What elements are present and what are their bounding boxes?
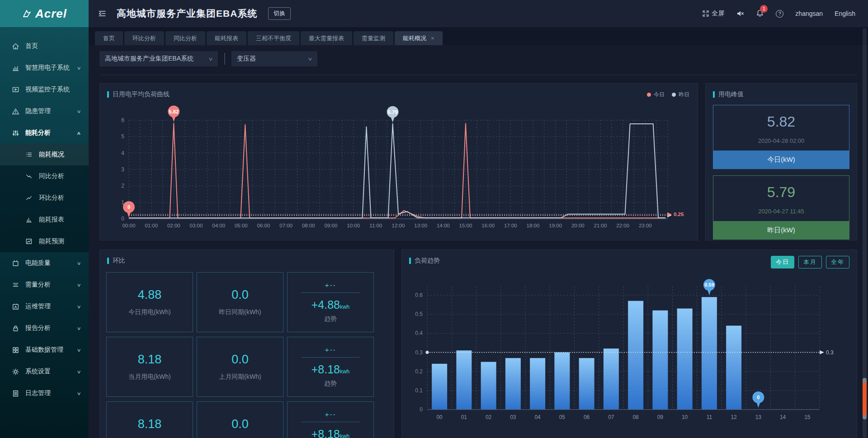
daily-load-curve-panel: 日用电平均负荷曲线 今日 昨日 012345600:0001:0002:0003… bbox=[99, 83, 698, 240]
svg-text:03:00: 03:00 bbox=[190, 223, 203, 228]
trend-number: +8.18 bbox=[311, 428, 340, 438]
warning-triangle-icon bbox=[12, 108, 19, 115]
sidebar-item-ops-management[interactable]: 运维管理 ∨ bbox=[0, 296, 89, 317]
sidebar-item-power-quality[interactable]: 电能质量 ∨ bbox=[0, 252, 89, 274]
sidebar-item-energy-analysis[interactable]: 能耗分析 ∧ bbox=[0, 122, 89, 144]
sidebar-item-video[interactable]: 视频监控子系统 bbox=[0, 79, 89, 100]
svg-text:02: 02 bbox=[486, 414, 492, 420]
trend-symbol: +-- bbox=[325, 346, 336, 353]
legend-item-yesterday[interactable]: 昨日 bbox=[672, 91, 689, 99]
tune-sliders-icon bbox=[12, 129, 19, 137]
range-button-today[interactable]: 今日 bbox=[771, 256, 794, 268]
title-accent-bar bbox=[409, 258, 411, 264]
stat-card: 0.0 去年同期(kWh) bbox=[197, 401, 283, 438]
title-accent-bar bbox=[107, 258, 109, 264]
tab-yoy-analysis[interactable]: 同比分析 bbox=[165, 31, 205, 45]
svg-text:07:00: 07:00 bbox=[279, 223, 292, 228]
svg-text:5.82: 5.82 bbox=[169, 109, 179, 114]
sidebar-nav: 首页 智慧用电子系统 ∨ 视频监控子系统 隐患管理 ∨ 能耗分析 ∧ bbox=[0, 27, 89, 404]
stat-label: 上月同期(kWh) bbox=[219, 373, 261, 381]
svg-text:3: 3 bbox=[121, 166, 124, 173]
tab-phase-imbalance[interactable]: 三相不平衡度 bbox=[248, 31, 299, 45]
sidebar-subitem-label: 能耗概况 bbox=[39, 151, 80, 159]
svg-text:5.79: 5.79 bbox=[388, 109, 397, 115]
range-button-month[interactable]: 本月 bbox=[798, 256, 822, 268]
svg-text:0: 0 bbox=[121, 216, 124, 222]
svg-text:09:00: 09:00 bbox=[325, 223, 338, 228]
sidebar-item-system-settings[interactable]: 系统设置 ∨ bbox=[0, 361, 89, 382]
collapse-sidebar-icon[interactable] bbox=[98, 9, 107, 18]
sidebar-item-base-data[interactable]: 基础数据管理 ∨ bbox=[0, 339, 89, 361]
sidebar-item-demand-analysis[interactable]: 需量分析 ∨ bbox=[0, 274, 89, 296]
tab-label: 环比分析 bbox=[132, 34, 156, 42]
page-scrollbar-track[interactable] bbox=[863, 28, 867, 438]
tab-energy-overview[interactable]: 能耗概况 × bbox=[395, 31, 443, 45]
sidebar-item-home[interactable]: 首页 bbox=[0, 35, 89, 57]
sidebar-subitem-yoy-analysis[interactable]: 同比分析 bbox=[0, 165, 89, 187]
svg-text:20:00: 20:00 bbox=[571, 223, 585, 228]
sidebar-item-label: 运维管理 bbox=[25, 302, 77, 311]
load-trend-chart: 00.10.20.30.40.50.6000102030405060708091… bbox=[402, 268, 856, 434]
trend-symbol: +-- bbox=[325, 410, 336, 418]
peak-card-footer: 今日(kW) bbox=[713, 151, 849, 169]
username[interactable]: zhangsan bbox=[795, 10, 823, 17]
tab-max-demand-report[interactable]: 最大需量报表 bbox=[301, 31, 352, 45]
mute-sound-icon[interactable] bbox=[736, 9, 744, 18]
chevron-down-icon: ∨ bbox=[208, 56, 213, 62]
trend-divider bbox=[301, 292, 360, 293]
sidebar-item-log-management[interactable]: 日志管理 ∨ bbox=[0, 382, 89, 404]
sidebar-item-hazard[interactable]: 隐患管理 ∨ bbox=[0, 100, 89, 122]
device-select[interactable]: 变压器 ∨ bbox=[231, 51, 317, 66]
sidebar-subitem-energy-forecast[interactable]: 能耗预测 bbox=[0, 231, 89, 252]
language-switch[interactable]: English bbox=[835, 10, 855, 17]
sidebar-item-report-analysis[interactable]: 报告分析 ∨ bbox=[0, 317, 89, 339]
switch-button[interactable]: 切换 bbox=[268, 7, 291, 20]
svg-text:15: 15 bbox=[804, 414, 811, 420]
notifications-bell-icon[interactable]: 1 bbox=[756, 9, 764, 19]
tab-mom-analysis[interactable]: 环比分析 bbox=[124, 31, 164, 45]
svg-text:11: 11 bbox=[707, 414, 712, 420]
panel-title: 环比 bbox=[100, 250, 394, 265]
fullscreen-label: 全屏 bbox=[712, 9, 724, 18]
page-scrollbar-thumb[interactable] bbox=[863, 378, 867, 419]
panel-title: 用电峰值 bbox=[706, 84, 857, 99]
video-monitor-icon bbox=[12, 86, 19, 94]
sidebar-item-smart-power[interactable]: 智慧用电子系统 ∨ bbox=[0, 57, 89, 79]
panel-title-text: 日用电平均负荷曲线 bbox=[113, 90, 170, 99]
trend-unit: kwh bbox=[340, 304, 349, 310]
tab-demand-monitor[interactable]: 需量监测 bbox=[354, 31, 393, 45]
svg-text:6: 6 bbox=[121, 117, 124, 123]
svg-text:09: 09 bbox=[657, 414, 664, 420]
peak-timestamp: 2020-04-28 02:00 bbox=[713, 137, 849, 144]
trend-down-icon bbox=[25, 173, 33, 180]
sidebar: Acrel 首页 智慧用电子系统 ∨ 视频监控子系统 隐患管理 ∨ bbox=[0, 0, 89, 438]
chevron-down-icon: ∨ bbox=[76, 261, 81, 266]
help-icon[interactable]: ? bbox=[776, 10, 783, 18]
stat-label: 今日用电(kWh) bbox=[128, 308, 170, 316]
tab-label: 最大需量报表 bbox=[309, 34, 344, 42]
org-select[interactable]: 高地城市服务产业集团EBA系统 ∨ bbox=[99, 51, 218, 66]
sidebar-subitem-energy-overview[interactable]: 能耗概况 bbox=[0, 144, 89, 165]
stat-card: 0.0 上月同期(kWh) bbox=[197, 337, 283, 397]
sidebar-item-label: 视频监控子系统 bbox=[25, 85, 80, 94]
svg-text:05: 05 bbox=[559, 414, 566, 420]
sidebar-subitem-mom-analysis[interactable]: 环比分析 bbox=[0, 187, 89, 209]
org-select-value: 高地城市服务产业集团EBA系统 bbox=[105, 55, 193, 63]
peak-card-body: 5.82 2020-04-28 02:00 bbox=[713, 105, 849, 151]
tab-energy-report[interactable]: 能耗报表 bbox=[207, 31, 246, 45]
legend-item-today[interactable]: 今日 bbox=[647, 91, 665, 99]
daily-load-curve-chart: 012345600:0001:0002:0003:0004:0005:0006:… bbox=[100, 99, 697, 234]
trend-divider bbox=[301, 357, 360, 358]
svg-text:0.1: 0.1 bbox=[415, 387, 423, 394]
tab-close-icon[interactable]: × bbox=[431, 35, 434, 42]
svg-text:13: 13 bbox=[755, 414, 762, 420]
svg-text:04:00: 04:00 bbox=[212, 223, 225, 228]
dashboard-content: 日用电平均负荷曲线 今日 昨日 012345600:0001:0002:0003… bbox=[89, 75, 868, 438]
title-accent-bar bbox=[713, 91, 715, 98]
range-button-year[interactable]: 全年 bbox=[826, 256, 849, 268]
sidebar-subitem-energy-report[interactable]: 能耗报表 bbox=[0, 209, 89, 231]
fullscreen-button[interactable]: 全屏 bbox=[702, 9, 724, 18]
logo-text: Acrel bbox=[35, 7, 67, 21]
list-icon bbox=[25, 151, 33, 159]
tab-home[interactable]: 首页 bbox=[95, 31, 123, 45]
